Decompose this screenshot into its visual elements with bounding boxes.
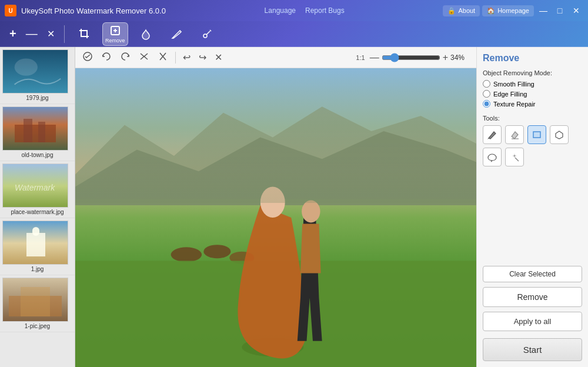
svg-line-28 bbox=[515, 158, 519, 161]
thumbnail-image bbox=[2, 106, 68, 151]
homepage-label: Homepage bbox=[497, 7, 529, 14]
close-image-button[interactable]: ✕ bbox=[45, 27, 57, 41]
minimize-button[interactable]: — bbox=[536, 4, 550, 18]
svg-point-19 bbox=[203, 245, 230, 258]
zoom-fit-label[interactable]: 1:1 bbox=[356, 54, 365, 61]
image-toolbar: ↩ ↪ ✕ 1:1 — + 34% bbox=[75, 47, 476, 68]
undo-button[interactable]: ↩ bbox=[181, 51, 193, 64]
apply-to-all-button[interactable]: Apply to all bbox=[483, 312, 582, 331]
image-area: ↩ ↪ ✕ 1:1 — + 34% bbox=[75, 47, 476, 367]
svg-point-18 bbox=[171, 247, 202, 262]
lasso-tool-button[interactable] bbox=[483, 148, 502, 166]
title-bar: U UkeySoft Photo Watermark Remover 6.0.0… bbox=[0, 0, 588, 21]
thumbnail-image bbox=[2, 49, 68, 94]
thumbnail-image bbox=[2, 278, 68, 322]
polygon-tool-button[interactable] bbox=[550, 125, 569, 144]
brush-tool-button[interactable] bbox=[483, 125, 502, 144]
zoom-in-button[interactable]: + bbox=[443, 52, 448, 63]
svg-point-29 bbox=[514, 156, 515, 156]
removing-mode-group: Smooth Filling Edge Filling Texture Repa… bbox=[483, 80, 582, 108]
object-removing-mode-label: Object Removing Mode: bbox=[483, 69, 582, 76]
smooth-filling-option[interactable]: Smooth Filling bbox=[483, 80, 582, 88]
enhance-tool-button[interactable] bbox=[163, 22, 189, 46]
about-button[interactable]: 🔒 About bbox=[443, 5, 480, 16]
edge-filling-option[interactable]: Edge Filling bbox=[483, 90, 582, 98]
svg-rect-6 bbox=[24, 119, 32, 142]
title-bar-left: U UkeySoft Photo Watermark Remover 6.0.0 bbox=[5, 5, 166, 16]
language-menu[interactable]: Language bbox=[265, 6, 296, 15]
tools-section: Tools: bbox=[483, 115, 582, 166]
title-bar-controls: 🔒 About 🏠 Homepage — □ ✕ bbox=[443, 4, 583, 18]
list-item[interactable]: Watermark place-watermark.jpg bbox=[0, 161, 75, 218]
about-label: About bbox=[458, 7, 475, 14]
clear-button[interactable]: ✕ bbox=[212, 51, 225, 64]
close-button[interactable]: ✕ bbox=[569, 4, 583, 18]
main-toolbar: + — ✕ Remove bbox=[0, 21, 588, 47]
remove-tool-button[interactable]: Remove bbox=[102, 22, 128, 46]
remove-image-button[interactable]: — bbox=[24, 26, 40, 42]
svg-point-3 bbox=[15, 58, 38, 75]
thumbnail-image bbox=[2, 221, 68, 265]
watermark-detect-button[interactable] bbox=[80, 50, 95, 65]
smooth-filling-label: Smooth Filling bbox=[493, 81, 534, 88]
maximize-button[interactable]: □ bbox=[553, 4, 567, 18]
main-image-canvas[interactable] bbox=[75, 68, 476, 367]
toolbar-separator bbox=[175, 52, 176, 64]
zoom-out-button[interactable]: — bbox=[370, 52, 379, 63]
lock-icon: 🔒 bbox=[447, 7, 456, 15]
rectangle-tool-button[interactable] bbox=[527, 125, 546, 144]
list-item[interactable]: 1979.jpg bbox=[0, 47, 75, 104]
rotate-left-button[interactable] bbox=[99, 50, 114, 65]
svg-rect-5 bbox=[15, 125, 56, 142]
right-panel: Remove Object Removing Mode: Smooth Fill… bbox=[476, 47, 588, 367]
rotate-right-button[interactable] bbox=[118, 50, 133, 65]
thumbnail-label: old-town.jpg bbox=[2, 152, 72, 158]
main-area: 1979.jpg old-town.jpg Watermark place-wa… bbox=[0, 47, 588, 367]
flip-horizontal-button[interactable] bbox=[155, 50, 171, 65]
zoom-controls: 1:1 — + 34% bbox=[356, 52, 472, 63]
panel-title: Remove bbox=[483, 53, 582, 64]
eyedrop-tool-button[interactable] bbox=[194, 22, 220, 46]
tools-grid bbox=[483, 125, 582, 166]
edge-filling-radio[interactable] bbox=[483, 90, 490, 98]
texture-repair-radio[interactable] bbox=[483, 100, 490, 108]
thumbnail-label: 1979.jpg bbox=[2, 95, 72, 101]
thumbnail-label: 1-pic.jpeg bbox=[2, 323, 72, 329]
thumbnail-image: Watermark bbox=[2, 164, 68, 208]
svg-rect-11 bbox=[26, 233, 45, 256]
title-bar-menu: Language Report Bugs bbox=[265, 6, 345, 15]
zoom-slider[interactable] bbox=[382, 53, 440, 62]
thumbnail-label: 1.jpg bbox=[2, 266, 72, 272]
svg-marker-27 bbox=[556, 131, 563, 139]
list-item[interactable]: 1.jpg bbox=[0, 218, 75, 275]
list-item[interactable]: 1-pic.jpeg bbox=[0, 275, 75, 332]
eraser-tool-button[interactable] bbox=[505, 125, 524, 144]
list-item[interactable]: old-town.jpg bbox=[0, 104, 75, 161]
crop-tool-button[interactable] bbox=[72, 22, 98, 46]
texture-repair-option[interactable]: Texture Repair bbox=[483, 100, 582, 108]
svg-rect-7 bbox=[38, 122, 45, 142]
spacer bbox=[483, 171, 582, 266]
start-button[interactable]: Start bbox=[483, 338, 582, 361]
smooth-filling-radio[interactable] bbox=[483, 80, 490, 88]
app-logo: U bbox=[5, 5, 16, 16]
redo-button[interactable]: ↪ bbox=[196, 51, 209, 64]
retouch-tool-button[interactable] bbox=[133, 22, 159, 46]
sidebar: 1979.jpg old-town.jpg Watermark place-wa… bbox=[0, 47, 75, 367]
texture-repair-label: Texture Repair bbox=[493, 101, 536, 108]
thumbnail-label: place-watermark.jpg bbox=[2, 209, 72, 215]
magic-wand-tool-button[interactable] bbox=[505, 148, 524, 166]
mountain-overlay bbox=[75, 68, 476, 203]
zoom-level-label: 34% bbox=[450, 54, 472, 62]
report-bugs-menu[interactable]: Report Bugs bbox=[305, 6, 345, 15]
homepage-button[interactable]: 🏠 Homepage bbox=[482, 5, 534, 16]
remove-tool-label: Remove bbox=[105, 38, 125, 44]
remove-button[interactable]: Remove bbox=[483, 287, 582, 307]
add-image-button[interactable]: + bbox=[7, 26, 19, 42]
flip-vertical-button[interactable] bbox=[136, 50, 152, 65]
home-icon: 🏠 bbox=[487, 7, 495, 15]
clear-selected-button[interactable]: Clear Selected bbox=[483, 266, 582, 282]
sidebar-scroll[interactable]: 1979.jpg old-town.jpg Watermark place-wa… bbox=[0, 47, 75, 367]
svg-rect-15 bbox=[21, 287, 50, 316]
app-title: UkeySoft Photo Watermark Remover 6.0.0 bbox=[21, 6, 166, 15]
